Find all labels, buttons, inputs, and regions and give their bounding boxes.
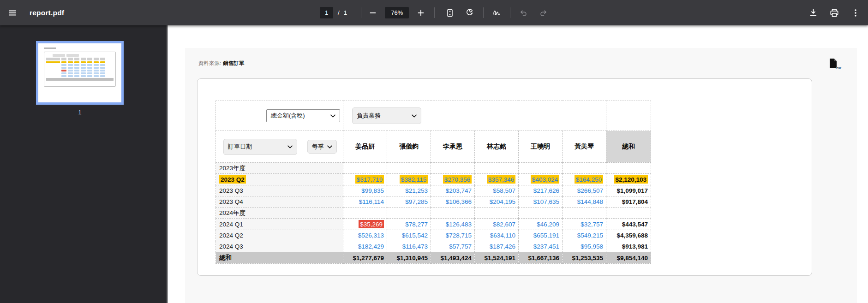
page-total: 1: [344, 9, 347, 16]
value-cell: $57,757: [431, 241, 475, 252]
pdf-icon-label: PDF: [836, 66, 842, 70]
value-cell: $1,310,945: [387, 252, 431, 263]
pdf-page: 資料來源:銷售訂單 PDF 總金額(含稅): [185, 48, 857, 303]
value-cell: $634,110: [475, 230, 519, 241]
value-cell: [431, 163, 475, 174]
toolbar-divider: [483, 7, 484, 18]
pdf-file-icon: PDF: [829, 58, 841, 70]
row-label: 2024 Q1: [216, 219, 343, 230]
menu-button[interactable]: [5, 5, 20, 21]
undo-button[interactable]: [515, 5, 531, 21]
fit-page-button[interactable]: [442, 5, 458, 21]
row-total-cell: $1,099,017: [606, 185, 651, 196]
page-input[interactable]: [320, 7, 333, 18]
value-cell: [475, 208, 519, 219]
value-cell: [343, 208, 387, 219]
pivot-table: 總金額(含稅) 負責業務: [216, 101, 651, 264]
filter-row: 總金額(含稅) 負責業務: [216, 101, 651, 131]
table-row: 2024年度: [216, 208, 651, 219]
column-field-selected: 負責業務: [357, 112, 381, 120]
row-field-selected: 訂單日期: [228, 143, 252, 151]
value-cell: [343, 163, 387, 174]
value-cell: [475, 163, 519, 174]
table-row: 2023年度: [216, 163, 651, 174]
table-row: 2023 Q4$116,114$97,285$106,366$204,195$1…: [216, 196, 651, 207]
toolbar-divider: [434, 7, 435, 18]
value-cell: $549,215: [563, 230, 606, 241]
table-row: 2024 Q2$526,313$615,542$728,715$634,110$…: [216, 230, 651, 241]
value-cell: $21,253: [387, 185, 431, 196]
value-cell: [563, 208, 606, 219]
row-total-cell: $2,120,103: [606, 174, 651, 185]
more-options-button[interactable]: [848, 5, 863, 21]
row-field-cell: 訂單日期 每季: [216, 131, 343, 163]
value-cell: [431, 208, 475, 219]
column-header: 黃美琴: [563, 131, 606, 163]
download-button[interactable]: [805, 5, 821, 21]
toolbar-divider: [510, 7, 510, 18]
table-row: 2024 Q1$35,269$78,277$126,483$82,607$46,…: [216, 219, 651, 230]
value-cell: $35,269: [343, 219, 387, 230]
page-separator: /: [338, 9, 340, 16]
pdf-viewer-toolbar: report.pdf / 1 76%: [0, 0, 868, 25]
row-total-cell: $913,981: [606, 241, 651, 252]
document-title: report.pdf: [30, 0, 64, 25]
undo-icon: [519, 8, 528, 18]
row-label: 2023 Q3: [216, 185, 343, 196]
thumbnail-page-number: 1: [36, 109, 124, 116]
table-row: 2024 Q3$182,429$116,473$57,757$187,426$2…: [216, 241, 651, 252]
rotate-button[interactable]: [461, 5, 477, 21]
table-row: 2023 Q2$317,719$382,115$270,356$357,346$…: [216, 174, 651, 185]
zoom-in-button[interactable]: [413, 5, 429, 21]
value-cell: $99,835: [343, 185, 387, 196]
chevron-down-icon: [330, 114, 335, 118]
page-thumbnail[interactable]: [36, 41, 124, 105]
table-row: 總和$1,277,679$1,310,945$1,493,424$1,524,1…: [216, 252, 651, 263]
value-cell: $182,429: [343, 241, 387, 252]
value-cell: $1,493,424: [431, 252, 475, 263]
value-cell: $78,277: [387, 219, 431, 230]
annotate-button[interactable]: [489, 5, 505, 21]
redo-button[interactable]: [536, 5, 551, 21]
data-source-line: 資料來源:銷售訂單: [198, 60, 244, 67]
value-cell: $382,115: [387, 174, 431, 185]
value-cell: $615,542: [387, 230, 431, 241]
value-cell: $1,253,535: [563, 252, 606, 263]
table-row: 2023 Q3$99,835$21,253$203,747$58,507$217…: [216, 185, 651, 196]
value-cell: $1,524,191: [475, 252, 519, 263]
value-cell: $237,451: [519, 241, 563, 252]
empty-cell: [606, 101, 651, 131]
value-cell: $217,626: [519, 185, 563, 196]
chevron-down-icon: [412, 114, 417, 118]
value-cell: [563, 163, 606, 174]
row-label: 2024 Q3: [216, 241, 343, 252]
value-cell: $357,346: [475, 174, 519, 185]
chevron-down-icon: [287, 145, 293, 149]
print-button[interactable]: [826, 5, 842, 21]
granularity-select[interactable]: 每季: [307, 140, 337, 154]
hamburger-icon: [8, 8, 17, 18]
value-cell: $116,114: [343, 196, 387, 207]
thumbnail-sidebar: 1: [0, 25, 166, 303]
row-label: 2023 Q4: [216, 196, 343, 207]
row-label: 2024年度: [216, 208, 343, 219]
column-header: 王曉明: [519, 131, 563, 163]
value-cell: $266,507: [563, 185, 606, 196]
value-cell: [387, 208, 431, 219]
value-cell: $204,195: [475, 196, 519, 207]
value-cell: $526,313: [343, 230, 387, 241]
value-cell: $32,757: [563, 219, 606, 230]
rotate-icon: [465, 8, 474, 18]
row-label: 總和: [216, 252, 343, 263]
row-label: 2024 Q2: [216, 230, 343, 241]
column-field-select[interactable]: 負責業務: [352, 107, 421, 124]
row-total-cell: $917,804: [606, 196, 651, 207]
column-header: 林志銘: [475, 131, 519, 163]
value-field-selected: 總金額(含稅): [271, 112, 305, 120]
zoom-out-button[interactable]: [365, 5, 381, 21]
value-cell: $58,507: [475, 185, 519, 196]
value-cell: $144,848: [563, 196, 606, 207]
row-field-select[interactable]: 訂單日期: [223, 139, 297, 155]
column-header: 李承恩: [431, 131, 475, 163]
value-field-select[interactable]: 總金額(含稅): [266, 109, 340, 122]
